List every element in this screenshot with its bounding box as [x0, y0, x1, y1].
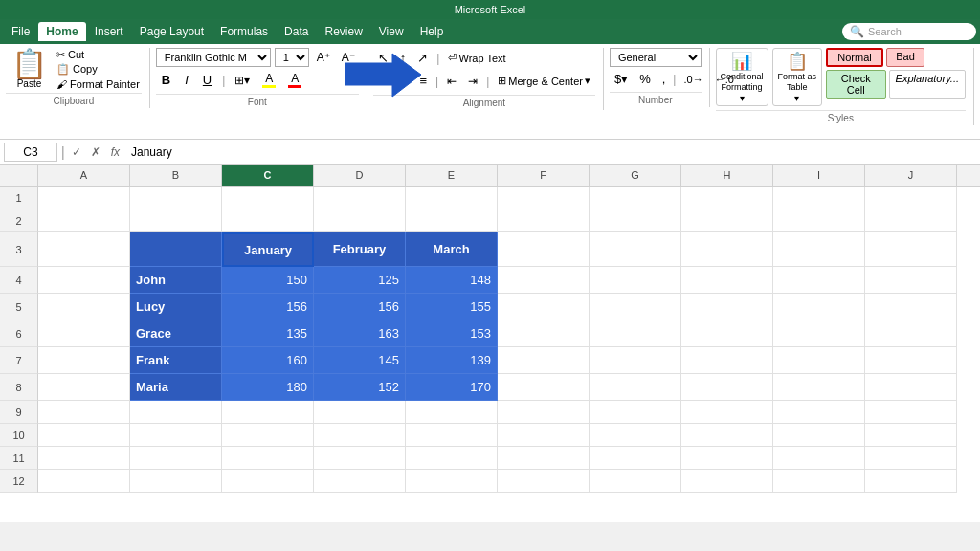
cell-d8[interactable]: 152 [314, 374, 406, 401]
cell-h11[interactable] [681, 447, 773, 470]
menu-review[interactable]: Review [317, 22, 369, 41]
cell-g7[interactable] [590, 347, 681, 374]
menu-formulas[interactable]: Formulas [212, 22, 276, 41]
italic-button[interactable]: I [179, 71, 194, 89]
cell-d2[interactable] [314, 209, 406, 232]
cell-e8[interactable]: 170 [406, 374, 498, 401]
font-size-selector[interactable]: 10 [275, 48, 309, 67]
cell-e12[interactable] [406, 470, 498, 493]
cell-e7[interactable]: 139 [406, 347, 498, 374]
align-top-left-button[interactable]: ↖ [373, 48, 393, 68]
cell-j7[interactable] [865, 347, 957, 374]
formula-input[interactable] [127, 144, 976, 160]
cell-c6[interactable]: 135 [222, 320, 314, 347]
copy-button[interactable]: 📋 Copy [55, 62, 142, 77]
col-header-f[interactable]: F [498, 165, 590, 186]
cut-button[interactable]: ✂ Cut [55, 48, 142, 62]
cell-f11[interactable] [498, 447, 590, 470]
cell-d6[interactable]: 163 [314, 320, 406, 347]
cell-a10[interactable] [38, 424, 130, 447]
cell-g1[interactable] [590, 187, 681, 209]
underline-button[interactable]: U [197, 71, 217, 89]
align-top-right-button[interactable]: ↗ [412, 48, 433, 68]
cell-c10[interactable] [222, 424, 314, 447]
cell-i3[interactable] [773, 232, 865, 267]
cell-f10[interactable] [498, 424, 590, 447]
menu-file[interactable]: File [4, 22, 37, 41]
cell-i6[interactable] [773, 320, 865, 347]
col-header-a[interactable]: A [38, 165, 130, 186]
cell-i12[interactable] [773, 470, 865, 493]
merge-center-button[interactable]: ⊞Merge & Center▾ [493, 73, 595, 89]
cell-c7[interactable]: 160 [222, 347, 314, 374]
cell-h3[interactable] [681, 232, 773, 267]
cell-g11[interactable] [590, 447, 681, 470]
cell-j8[interactable] [865, 374, 957, 401]
cell-a1[interactable] [38, 187, 130, 209]
currency-button[interactable]: $▾ [610, 70, 633, 88]
cell-a7[interactable] [38, 347, 130, 374]
cell-e1[interactable] [406, 187, 498, 209]
cell-b6[interactable]: Grace [130, 320, 222, 347]
number-format-selector[interactable]: General [610, 48, 702, 67]
cell-b12[interactable] [130, 470, 222, 493]
menu-home[interactable]: Home [38, 22, 85, 41]
cell-g9[interactable] [590, 401, 681, 424]
bad-style-button[interactable]: Bad [886, 48, 924, 67]
cell-d4[interactable]: 125 [314, 267, 406, 294]
cell-i1[interactable] [773, 187, 865, 209]
row-header-5[interactable]: 5 [0, 294, 38, 320]
cell-e3[interactable]: March [406, 232, 498, 267]
indent-increase-button[interactable]: ⇥ [463, 72, 482, 91]
cell-g12[interactable] [590, 470, 681, 493]
cell-h4[interactable] [681, 267, 773, 294]
cell-f9[interactable] [498, 401, 590, 424]
cell-g6[interactable] [590, 320, 681, 347]
cell-i2[interactable] [773, 209, 865, 232]
cell-a12[interactable] [38, 470, 130, 493]
menu-view[interactable]: View [371, 22, 412, 41]
col-header-b[interactable]: B [130, 165, 222, 186]
cell-i4[interactable] [773, 267, 865, 294]
cell-c9[interactable] [222, 401, 314, 424]
formula-check-icon[interactable]: ✓ [69, 145, 84, 159]
cell-c3[interactable]: January [222, 232, 314, 267]
cell-b9[interactable] [130, 401, 222, 424]
cell-d11[interactable] [314, 447, 406, 470]
row-header-6[interactable]: 6 [0, 320, 38, 347]
align-center-button[interactable]: ☰ [391, 71, 412, 91]
cell-j5[interactable] [865, 294, 957, 320]
increase-font-button[interactable]: A⁺ [313, 49, 334, 66]
cell-e11[interactable] [406, 447, 498, 470]
cell-d3[interactable]: February [314, 232, 406, 267]
cell-c4[interactable]: 150 [222, 267, 314, 294]
cell-i11[interactable] [773, 447, 865, 470]
cell-d5[interactable]: 156 [314, 294, 406, 320]
cell-d12[interactable] [314, 470, 406, 493]
menu-data[interactable]: Data [277, 22, 316, 41]
cell-e4[interactable]: 148 [406, 267, 498, 294]
cell-i7[interactable] [773, 347, 865, 374]
menu-insert[interactable]: Insert [87, 22, 131, 41]
cell-f7[interactable] [498, 347, 590, 374]
cell-b11[interactable] [130, 447, 222, 470]
row-header-10[interactable]: 10 [0, 424, 38, 447]
cell-b10[interactable] [130, 424, 222, 447]
cell-i5[interactable] [773, 294, 865, 320]
cell-c5[interactable]: 156 [222, 294, 314, 320]
cell-b5[interactable]: Lucy [130, 294, 222, 320]
row-header-3[interactable]: 3 [0, 232, 38, 267]
fill-color-button[interactable]: A [257, 70, 280, 90]
cell-b3[interactable] [130, 232, 222, 267]
borders-button[interactable]: ⊞▾ [230, 72, 255, 89]
cell-b1[interactable] [130, 187, 222, 209]
normal-style-button[interactable]: Normal [826, 48, 883, 67]
menu-help[interactable]: Help [412, 22, 452, 41]
conditional-formatting-button[interactable]: 📊 Conditional Formatting ▾ [716, 48, 768, 106]
cell-j11[interactable] [865, 447, 957, 470]
cell-h1[interactable] [681, 187, 773, 209]
col-header-i[interactable]: I [773, 165, 865, 186]
cell-e9[interactable] [406, 401, 498, 424]
row-header-12[interactable]: 12 [0, 470, 38, 493]
check-cell-style-button[interactable]: Check Cell [826, 70, 886, 99]
